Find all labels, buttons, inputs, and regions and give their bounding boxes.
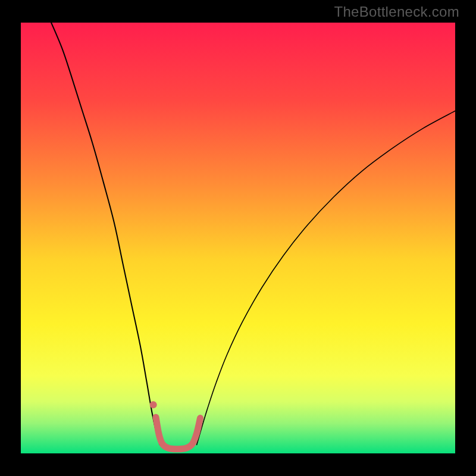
marker-left-dot (150, 401, 157, 408)
marker-layer (150, 401, 157, 408)
chart-svg (21, 23, 455, 453)
watermark-text: TheBottleneck.com (334, 4, 459, 20)
chart-frame: TheBottleneck.com (0, 0, 476, 476)
gradient-background (21, 23, 455, 453)
plot-area (21, 23, 455, 453)
